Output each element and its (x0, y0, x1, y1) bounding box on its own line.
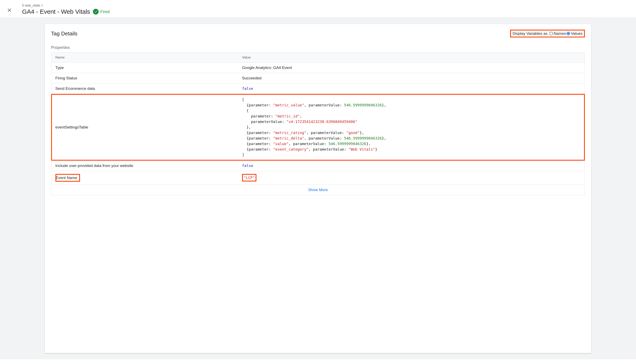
prop-value: "LCP" (238, 171, 585, 185)
fired-badge: Fired (93, 9, 110, 14)
card-header: Tag Details Display Variables as Names V… (51, 30, 585, 38)
fired-label: Fired (100, 10, 110, 14)
prop-name: Firing Status (51, 73, 238, 84)
table-row-event-name: Event Name "LCP" (51, 171, 585, 185)
prop-value: false (238, 84, 585, 94)
table-row: Type Google Analytics: GA4 Event (51, 62, 585, 73)
radio-names-label: Names (554, 31, 566, 36)
properties-table: Name Value Type Google Analytics: GA4 Ev… (51, 52, 585, 195)
card-title: Tag Details (51, 30, 78, 37)
table-row: Send Ecommerce data false (51, 84, 585, 94)
prop-value: false (238, 160, 585, 171)
radio-icon (549, 32, 553, 36)
table-row-event-settings: eventSettingsTable [ {parameter: "metric… (51, 94, 585, 160)
prop-name: Include user-provided data from your web… (51, 160, 238, 171)
check-circle-icon (93, 9, 99, 14)
radio-icon-selected (566, 32, 570, 36)
show-more-link[interactable]: Show More (308, 188, 328, 192)
column-header-name: Name (51, 52, 238, 62)
table-row: Include user-provided data from your web… (51, 160, 585, 171)
tag-details-card: Tag Details Display Variables as Names V… (44, 24, 592, 353)
prop-value: Google Analytics: GA4 Event (238, 62, 585, 73)
display-variables-toggle: Display Variables as Names Values (510, 30, 585, 38)
top-bar: 5 web_vitals > GA4 - Event - Web Vitals … (0, 0, 636, 18)
title-row: GA4 - Event - Web Vitals Fired (22, 8, 110, 15)
radio-values-label: Values (571, 31, 582, 36)
display-toggle-label: Display Variables as (512, 31, 548, 36)
radio-names[interactable]: Names (549, 31, 566, 36)
column-header-value: Value (238, 52, 585, 62)
close-button[interactable] (5, 6, 14, 15)
prop-name: Event Name (51, 171, 238, 185)
prop-value: Succeeded (238, 73, 585, 84)
page-title: GA4 - Event - Web Vitals (22, 8, 90, 15)
properties-section-label: Properties (51, 45, 585, 50)
table-row: Firing Status Succeeded (51, 73, 585, 84)
radio-values[interactable]: Values (566, 31, 582, 36)
prop-value-event-settings: [ {parameter: "metric_value", parameterV… (238, 94, 585, 160)
breadcrumb[interactable]: 5 web_vitals > (22, 4, 110, 7)
show-more-row: Show More (51, 185, 585, 195)
prop-name: Type (51, 62, 238, 73)
prop-name: Send Ecommerce data (51, 84, 238, 94)
close-icon (6, 7, 12, 13)
prop-name: eventSettingsTable (51, 94, 238, 160)
title-block: 5 web_vitals > GA4 - Event - Web Vitals … (22, 4, 110, 15)
content-area: Tag Details Display Variables as Names V… (0, 18, 636, 359)
